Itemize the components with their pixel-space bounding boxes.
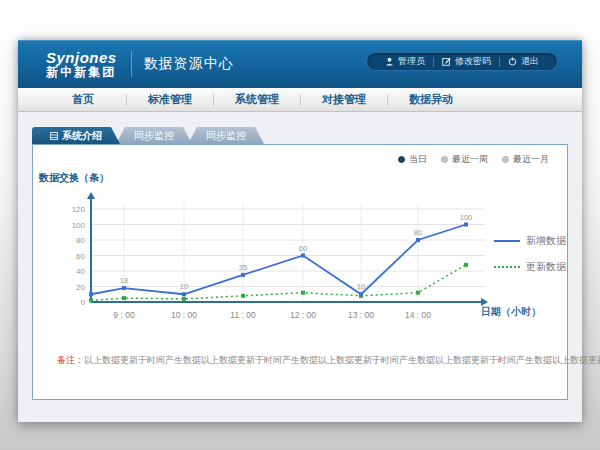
legend-line-dotted-icon: [494, 266, 520, 268]
current-user-button[interactable]: 管理员: [377, 55, 433, 68]
chart-panel: 当日 最近一周 最近一月 数据交换（条） 0204060801001209 : …: [32, 144, 568, 400]
legend-label: 更新数据: [526, 260, 566, 274]
document-grid-icon: [50, 132, 58, 140]
power-icon: [508, 57, 517, 66]
app-window: Synjones 新中新集团 数据资源中心 管理员: [18, 40, 582, 422]
app-title: 数据资源中心: [144, 55, 234, 73]
nav-item-data-change[interactable]: 数据异动: [388, 92, 474, 107]
svg-text:80: 80: [414, 228, 422, 237]
svg-text:0: 0: [81, 298, 86, 307]
logo-text-en: Synjones: [46, 50, 117, 66]
footnote-prefix: 备注：: [57, 355, 84, 365]
current-user-label: 管理员: [398, 55, 425, 68]
page-background: Synjones 新中新集团 数据资源中心 管理员: [0, 0, 600, 450]
svg-text:35: 35: [239, 263, 247, 272]
svg-text:18: 18: [120, 276, 128, 285]
svg-text:80: 80: [76, 236, 85, 245]
svg-text:9 : 00: 9 : 00: [113, 310, 135, 320]
change-password-button[interactable]: 修改密码: [434, 55, 499, 68]
brand-logo: Synjones 新中新集团: [46, 50, 117, 78]
logout-button[interactable]: 退出: [500, 55, 547, 68]
header-divider: [131, 51, 132, 77]
legend-item-new-data: 新增数据: [494, 234, 566, 248]
svg-text:60: 60: [299, 244, 307, 253]
edit-icon: [442, 57, 451, 66]
tab-bar: 系统介绍 同步监控 同步监控: [32, 127, 264, 144]
svg-text:60: 60: [76, 252, 85, 261]
svg-text:13 : 00: 13 : 00: [348, 310, 374, 320]
logo-text-cn: 新中新集团: [46, 66, 117, 79]
tab-label: 系统介绍: [62, 129, 102, 143]
svg-text:100: 100: [72, 221, 86, 230]
main-nav: 首页 标准管理 系统管理 对接管理 数据异动: [18, 88, 582, 112]
content-area: 系统介绍 同步监控 同步监控 当日 最近一周: [18, 113, 582, 422]
app-header: Synjones 新中新集团 数据资源中心 管理员: [18, 40, 582, 88]
svg-text:12 : 00: 12 : 00: [290, 310, 316, 320]
nav-item-home[interactable]: 首页: [40, 92, 126, 107]
nav-item-interface-mgmt[interactable]: 对接管理: [301, 92, 387, 107]
logout-label: 退出: [521, 55, 539, 68]
svg-text:14 : 00: 14 : 00: [405, 310, 431, 320]
svg-text:100: 100: [460, 213, 473, 222]
tab-label: 同步监控: [206, 129, 246, 143]
tab-sync-monitor-1[interactable]: 同步监控: [116, 127, 192, 144]
tab-system-intro[interactable]: 系统介绍: [32, 127, 120, 144]
user-icon: [385, 57, 394, 66]
svg-text:10 : 00: 10 : 00: [171, 310, 197, 320]
tab-label: 同步监控: [134, 129, 174, 143]
change-password-label: 修改密码: [455, 55, 491, 68]
user-toolbar: 管理员 修改密码 退出: [366, 52, 558, 71]
svg-text:10: 10: [180, 282, 188, 291]
svg-text:20: 20: [76, 283, 85, 292]
legend-line-solid-icon: [494, 240, 520, 242]
chart-legend: 新增数据 更新数据: [494, 234, 566, 274]
legend-label: 新增数据: [526, 234, 566, 248]
nav-item-standard-mgmt[interactable]: 标准管理: [127, 92, 213, 107]
x-axis-label: 日期（小时）: [481, 305, 541, 319]
footnote-text: 以上数据更新于时间产生数据以上数据更新于时间产生数据以上数据更新于时间产生数据以…: [84, 355, 600, 365]
tab-sync-monitor-2[interactable]: 同步监控: [188, 127, 264, 144]
footnote: 备注：以上数据更新于时间产生数据以上数据更新于时间产生数据以上数据更新于时间产生…: [57, 354, 600, 367]
svg-text:40: 40: [76, 267, 85, 276]
svg-text:10: 10: [357, 282, 365, 291]
nav-item-system-mgmt[interactable]: 系统管理: [214, 92, 300, 107]
legend-item-update-data: 更新数据: [494, 260, 566, 274]
svg-text:11 : 00: 11 : 00: [230, 310, 256, 320]
svg-text:120: 120: [72, 205, 86, 214]
